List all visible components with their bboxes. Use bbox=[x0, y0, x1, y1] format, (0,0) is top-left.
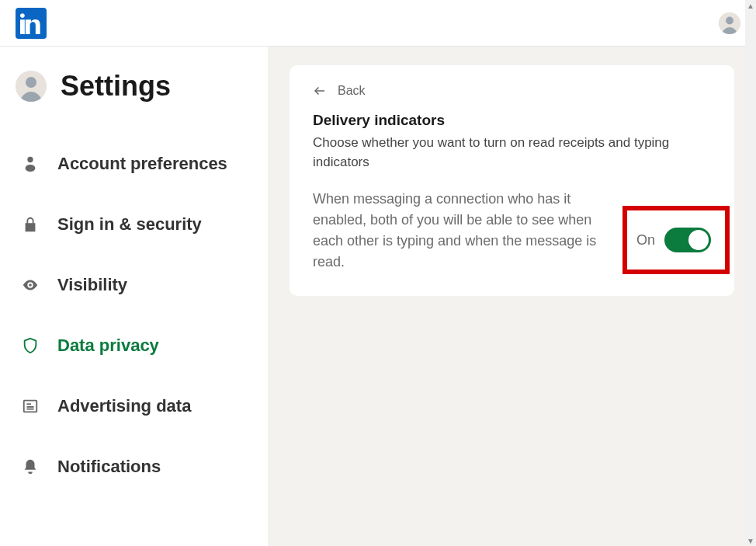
sidebar-item-label: Advertising data bbox=[57, 396, 191, 416]
eye-icon bbox=[20, 276, 40, 294]
page-title: Settings bbox=[61, 70, 171, 103]
sidebar-item-sign-in-security[interactable]: Sign in & security bbox=[16, 194, 252, 255]
sidebar-item-label: Notifications bbox=[57, 457, 161, 477]
linkedin-logo[interactable] bbox=[16, 8, 47, 39]
svg-point-1 bbox=[726, 16, 733, 24]
section-title: Delivery indicators bbox=[313, 112, 711, 129]
sidebar-item-account-preferences[interactable]: Account preferences bbox=[16, 134, 252, 194]
avatar-icon bbox=[719, 12, 740, 34]
back-button[interactable]: Back bbox=[313, 84, 366, 98]
person-icon bbox=[20, 155, 40, 172]
svg-point-5 bbox=[26, 165, 36, 172]
sidebar-item-label: Visibility bbox=[57, 275, 127, 295]
sidebar-item-label: Account preferences bbox=[57, 154, 227, 174]
bell-icon bbox=[20, 458, 40, 475]
sidebar-item-visibility[interactable]: Visibility bbox=[16, 255, 252, 315]
sidebar-item-data-privacy[interactable]: Data privacy bbox=[16, 315, 252, 376]
toggle-knob bbox=[688, 230, 709, 250]
arrow-left-icon bbox=[313, 84, 327, 98]
sidebar-item-label: Sign in & security bbox=[57, 214, 202, 235]
toggle-row: When messaging a connection who has it e… bbox=[313, 189, 711, 273]
avatar-icon bbox=[16, 71, 47, 102]
toggle-highlight-box: On bbox=[622, 206, 730, 274]
svg-point-3 bbox=[26, 77, 36, 88]
shield-icon bbox=[20, 337, 40, 354]
back-label: Back bbox=[338, 84, 366, 98]
main-content: Back Delivery indicators Choose whether … bbox=[268, 47, 756, 546]
settings-sidebar: Settings Account preferences Sign in & s… bbox=[0, 47, 268, 546]
delivery-indicators-toggle[interactable] bbox=[664, 228, 711, 252]
top-header bbox=[0, 0, 756, 47]
lock-icon bbox=[20, 216, 40, 233]
toggle-state-label: On bbox=[636, 232, 655, 249]
settings-nav: Account preferences Sign in & security V… bbox=[16, 134, 252, 497]
vertical-scrollbar[interactable]: ▲ ▼ bbox=[745, 0, 756, 546]
section-subtitle: Choose whether you want to turn on read … bbox=[313, 134, 670, 172]
settings-card: Back Delivery indicators Choose whether … bbox=[290, 65, 734, 296]
svg-point-4 bbox=[27, 157, 33, 162]
sidebar-avatar[interactable] bbox=[16, 71, 47, 102]
linkedin-icon bbox=[20, 12, 42, 34]
scroll-up-icon: ▲ bbox=[745, 0, 756, 11]
profile-avatar[interactable] bbox=[719, 12, 740, 34]
sidebar-item-advertising-data[interactable]: Advertising data bbox=[16, 376, 252, 436]
svg-point-6 bbox=[29, 283, 32, 287]
sidebar-header: Settings bbox=[16, 70, 252, 103]
toggle-description: When messaging a connection who has it e… bbox=[313, 189, 600, 273]
newspaper-icon bbox=[20, 398, 40, 415]
sidebar-item-notifications[interactable]: Notifications bbox=[16, 436, 252, 497]
scroll-down-icon: ▼ bbox=[745, 535, 756, 546]
sidebar-item-label: Data privacy bbox=[57, 336, 159, 356]
